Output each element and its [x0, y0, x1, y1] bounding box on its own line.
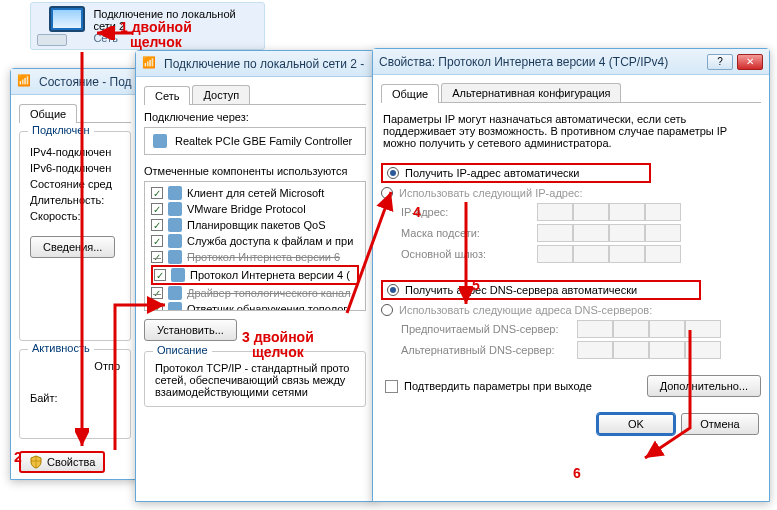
- group-description: Описание: [153, 344, 212, 356]
- label-sent: Отпр: [30, 360, 120, 372]
- description-text: Протокол TCP/IP - стандартный прото сете…: [155, 362, 355, 398]
- install-button[interactable]: Установить...: [144, 319, 237, 341]
- tab-network[interactable]: Сеть: [144, 86, 190, 105]
- component-icon: [168, 302, 182, 311]
- component-icon: [168, 250, 182, 264]
- adapter-panel: Realtek PCIe GBE Family Controller: [144, 127, 366, 155]
- checkbox[interactable]: [151, 235, 163, 247]
- tab-access[interactable]: Доступ: [192, 85, 250, 104]
- props-title: Подключение по локальной сети 2 -: [164, 57, 368, 71]
- dns2-field: [577, 341, 721, 359]
- ipv4-properties-window: Свойства: Протокол Интернета версии 4 (T…: [372, 48, 770, 502]
- tab-alt-config[interactable]: Альтернативная конфигурация: [441, 83, 621, 102]
- label-bytes: Байт:: [30, 392, 120, 404]
- subnet-mask-field: [537, 224, 681, 242]
- network-pc-icon: [37, 6, 85, 46]
- desktop-icon-title: Подключение по локальной сети 2: [93, 8, 258, 32]
- list-item[interactable]: Служба доступа к файлам и при: [151, 233, 359, 249]
- list-item[interactable]: Ответчик обнаружения тополог: [151, 301, 359, 311]
- cancel-button[interactable]: Отмена: [681, 413, 759, 435]
- shield-icon: [29, 455, 43, 469]
- connection-properties-window: 📶 Подключение по локальной сети 2 - Сеть…: [135, 50, 375, 502]
- row-ipv4: IPv4-подключен: [30, 146, 120, 158]
- radio-dns-auto-label: Получить адрес DNS-сервера автоматически: [405, 284, 637, 296]
- ok-button[interactable]: OK: [597, 413, 675, 435]
- row-media: Состояние сред: [30, 178, 120, 190]
- list-item[interactable]: Протокол Интернета версии 6: [151, 249, 359, 265]
- desktop-icon-subtitle: Сеть: [93, 32, 258, 44]
- advanced-button[interactable]: Дополнительно...: [647, 375, 761, 397]
- label-dns2: Альтернативный DNS-сервер:: [401, 344, 571, 356]
- radio-ip-manual-label: Использовать следующий IP-адрес:: [399, 187, 583, 199]
- window-icon: 📶: [142, 56, 158, 72]
- component-icon: [168, 234, 182, 248]
- tab-general[interactable]: Общие: [19, 104, 77, 123]
- row-speed: Скорость:: [30, 210, 120, 222]
- checkbox[interactable]: [151, 203, 163, 215]
- validate-label: Подтвердить параметры при выходе: [404, 380, 592, 392]
- group-activity: Активность: [28, 342, 94, 354]
- component-list[interactable]: Клиент для сетей Microsoft VMware Bridge…: [144, 181, 366, 311]
- radio-dns-manual[interactable]: [381, 304, 393, 316]
- radio-ip-auto-label: Получить IP-адрес автоматически: [405, 167, 579, 179]
- close-button[interactable]: ✕: [737, 54, 763, 70]
- label-mask: Маска подсети:: [401, 227, 531, 239]
- list-item[interactable]: Клиент для сетей Microsoft: [151, 185, 359, 201]
- desktop-connection-icon[interactable]: Подключение по локальной сети 2 Сеть: [30, 2, 265, 50]
- validate-checkbox[interactable]: [385, 380, 398, 393]
- list-item[interactable]: Драйвер топологического канал: [151, 285, 359, 301]
- radio-dns-auto[interactable]: [387, 284, 399, 296]
- label-dns1: Предпочитаемый DNS-сервер:: [401, 323, 571, 335]
- row-duration: Длительность:: [30, 194, 120, 206]
- help-button[interactable]: ?: [707, 54, 733, 70]
- checkbox[interactable]: [154, 269, 166, 281]
- group-connection: Подключен: [28, 124, 94, 136]
- radio-ip-manual[interactable]: [381, 187, 393, 199]
- component-icon: [168, 186, 182, 200]
- radio-dns-manual-label: Использовать следующие адреса DNS-сервер…: [399, 304, 652, 316]
- radio-ip-auto[interactable]: [387, 167, 399, 179]
- properties-button-label: Свойства: [47, 456, 95, 468]
- component-icon: [168, 202, 182, 216]
- gateway-field: [537, 245, 681, 263]
- list-item[interactable]: VMware Bridge Protocol: [151, 201, 359, 217]
- status-titlebar[interactable]: 📶 Состояние - Под: [11, 69, 139, 95]
- tab-general[interactable]: Общие: [381, 84, 439, 103]
- details-button[interactable]: Сведения...: [30, 236, 115, 258]
- ipv4-titlebar[interactable]: Свойства: Протокол Интернета версии 4 (T…: [373, 49, 769, 75]
- ipv4-note: Параметры IP могут назначаться автоматич…: [381, 109, 761, 159]
- label-gw: Основной шлюз:: [401, 248, 531, 260]
- checkbox[interactable]: [151, 287, 163, 299]
- component-icon: [171, 268, 185, 282]
- checkbox[interactable]: [151, 219, 163, 231]
- checkbox[interactable]: [151, 187, 163, 199]
- checkbox[interactable]: [151, 303, 163, 311]
- checkbox[interactable]: [151, 251, 163, 263]
- adapter-name: Realtek PCIe GBE Family Controller: [175, 135, 352, 147]
- label-components: Отмеченные компоненты используются: [144, 165, 366, 177]
- component-icon: [168, 218, 182, 232]
- properties-button[interactable]: Свойства: [19, 451, 105, 473]
- label-conn-via: Подключение через:: [144, 111, 366, 123]
- dns1-field: [577, 320, 721, 338]
- component-icon: [168, 286, 182, 300]
- list-item-ipv4[interactable]: Протокол Интернета версии 4 (: [151, 265, 359, 285]
- status-window: 📶 Состояние - Под Общие Подключен IPv4-п…: [10, 68, 140, 480]
- list-item[interactable]: Планировщик пакетов QoS: [151, 217, 359, 233]
- ip-address-field: [537, 203, 681, 221]
- nic-icon: [153, 134, 167, 148]
- window-icon: 📶: [17, 74, 33, 90]
- row-ipv6: IPv6-подключен: [30, 162, 120, 174]
- label-ip: IP-адрес:: [401, 206, 531, 218]
- ipv4-title: Свойства: Протокол Интернета версии 4 (T…: [379, 55, 707, 69]
- props-titlebar[interactable]: 📶 Подключение по локальной сети 2 -: [136, 51, 374, 77]
- status-title: Состояние - Под: [39, 75, 133, 89]
